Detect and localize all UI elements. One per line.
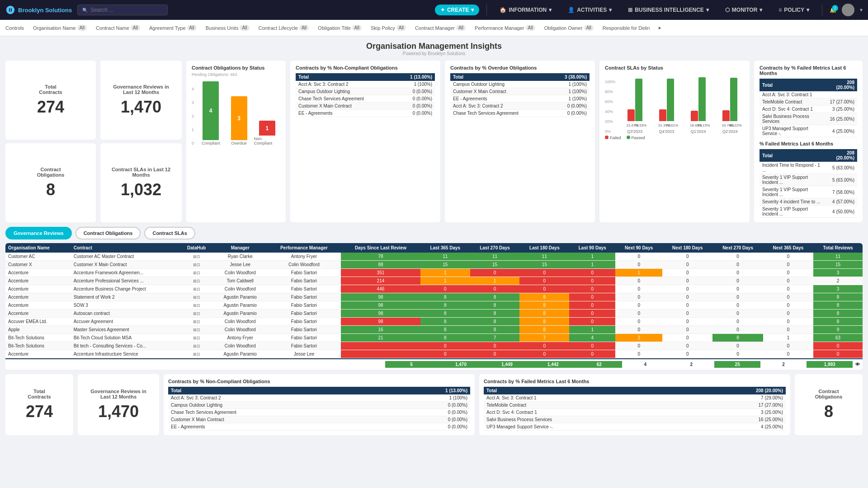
cell-next90: 2 [615, 334, 662, 342]
information-button[interactable]: 🏠 INFORMATION ▾ [494, 5, 557, 15]
main-content: Organisation Management Insights Powered… [0, 36, 868, 441]
th-last365: Last 365 Days [420, 243, 470, 253]
table-row: Severity 1 VIP Support Incident ...4 (50… [760, 206, 857, 218]
row-value: 4 (25.00%) [826, 125, 857, 137]
row-name: Campus Outdoor Lighting [450, 81, 551, 88]
cell-last365: 8 [420, 318, 470, 326]
footer-eye[interactable]: 👁 [853, 361, 863, 368]
cell-next270: 0 [712, 326, 763, 334]
th-contract: Contract [71, 243, 180, 253]
chevron-down-icon: ▾ [471, 7, 474, 13]
filter-controls[interactable]: Controls [5, 24, 24, 32]
search-input[interactable] [90, 7, 158, 13]
table-row: Chase Tech Services Agreement0 (0.00%) [450, 110, 590, 117]
activities-button[interactable]: 👤 ACTIVITIES ▾ [562, 5, 617, 15]
row-name: Customer X Main Contract [296, 103, 396, 110]
footer-days: 5 [385, 361, 438, 368]
cell-datahub: ⊞⊡ [180, 261, 213, 269]
table-row: Accenture Statement of Work 2 ⊞⊡ Agustin… [5, 293, 863, 301]
row-value: 4 (25.00%) [691, 423, 786, 431]
table-row: UP3 Managed Support Service -.4 (25.00%) [760, 125, 857, 137]
cell-last365: 8 [420, 334, 470, 342]
table-row: Accenture Accenture Professional Service… [5, 277, 863, 285]
sla-chart-card: Contract SLAs by Status 100% 80% 60% 40%… [599, 61, 750, 222]
filter-contract-lifecycle[interactable]: Contract Lifecycle All [259, 24, 309, 32]
cell-contract: Accenture Infrastructure Service [71, 350, 180, 358]
filter-business-units[interactable]: Business Units All [206, 24, 250, 32]
policy-button[interactable]: ≡ POLICY ▾ [773, 5, 815, 15]
table-row: Accenture SOW 3 ⊞⊡ Agustin Paramio Fabio… [5, 301, 863, 310]
tab-contract-slas[interactable]: Contract SLAs [144, 227, 195, 239]
row-name: Salvi Business Process Services [760, 113, 826, 125]
cell-datahub: ⊞⊡ [180, 310, 213, 318]
main-data-table: Organisation Name Contract DataHub Manag… [5, 243, 863, 358]
cell-last270: 8 [470, 310, 520, 318]
row-name: EE - Agreements [450, 95, 551, 103]
footer-last180: 1,442 [530, 361, 576, 368]
row-value: 1 (100%) [396, 81, 435, 88]
monitor-button[interactable]: ⬡ MONITOR ▾ [720, 5, 768, 15]
cell-last365: 0 [420, 342, 470, 350]
cell-next90: 0 [615, 253, 662, 261]
cell-manager: Antony Fryer [213, 334, 267, 342]
row-value: 7 (58.00%) [826, 186, 857, 198]
business-intelligence-button[interactable]: ⊞ BUSINESS INTELLIGENCE ▾ [623, 5, 714, 15]
cell-next180: 0 [662, 318, 712, 326]
th-manager: Manager [213, 243, 267, 253]
table-row: Acct A: Svc 3: Contract 21 (100%) [168, 394, 470, 402]
filter-contract-manager[interactable]: Contract Manager All [415, 24, 466, 32]
cell-next180: 0 [662, 334, 712, 342]
cell-next270: 0 [712, 350, 763, 358]
tab-contract-obligations[interactable]: Contract Obligations [75, 227, 141, 239]
cell-perf: Fabio Sartori [267, 326, 341, 334]
filter-obligation-owner[interactable]: Obligation Owner All [544, 24, 594, 32]
tab-governance-reviews[interactable]: Governance Reviews [5, 227, 72, 239]
row-value: 0 (0.00%) [386, 409, 470, 416]
filter-contract-name[interactable]: Contract Name All [96, 24, 140, 32]
cell-last90: 1 [569, 261, 615, 269]
filter-performance-manager[interactable]: Performance Manager All [475, 24, 535, 32]
cell-days: 98 [341, 301, 420, 310]
cell-org: Bit-Tech Solutions [5, 342, 71, 350]
cell-last365: 0 [420, 350, 470, 358]
filter-agreement-type[interactable]: Agreement Type All [149, 24, 197, 32]
overdue-table: Total 3 (38.00%) Campus Outdoor Lighting… [450, 73, 590, 117]
row-name: Severity 1 VIP Support Incident ... [760, 206, 826, 218]
cell-contract: Accenture Framework Agreemen... [71, 269, 180, 277]
bell-button[interactable]: 🔔 2 [830, 7, 836, 13]
cell-last365: 8 [420, 293, 470, 301]
cell-next365: 0 [763, 310, 813, 318]
cell-last90: 4 [569, 334, 615, 342]
filter-skip-policy[interactable]: Skip Policy All [371, 24, 406, 32]
filter-org-name[interactable]: Organisation Name All [33, 24, 87, 32]
cell-org: Bit-Tech Solutions [5, 334, 71, 342]
cell-last90: 0 [569, 269, 615, 277]
bottom-co-value: 8 [824, 402, 833, 421]
app-name: Brooklyn Solutions [18, 7, 72, 14]
failed-metrics-table: Total 208 (20.00%) Acct A: Svc 3: Contra… [760, 79, 857, 137]
user-avatar[interactable] [842, 4, 854, 16]
filter-responsible[interactable]: Responsible for Delin [603, 24, 650, 32]
page-title-area: Organisation Management Insights Powered… [5, 42, 863, 56]
info-icon: 🏠 [500, 7, 506, 13]
top-nav: Brooklyn Solutions 🔍 ✦ CREATE ▾ 🏠 INFORM… [0, 0, 868, 20]
row-value: 7 (29.00%) [691, 394, 786, 402]
th-last270: Last 270 Days [470, 243, 520, 253]
row-value: 1 (100%) [551, 81, 590, 88]
bottom-row: TotalContracts 274 Governance Reviews in… [5, 374, 863, 435]
filter-obligation-title[interactable]: Obligation Title All [318, 24, 362, 32]
create-icon: ✦ [440, 7, 445, 13]
cell-days: 98 [341, 310, 420, 318]
cell-contract: Accenture Business Change Project [71, 285, 180, 293]
table-row: Bit-Tech Solutions Bit-Tech Cloud Soluti… [5, 334, 863, 342]
cell-next90: 1 [615, 269, 662, 277]
cell-days [341, 350, 420, 358]
row-name: Acct D: Svc 4: Contract 1 [760, 106, 826, 113]
search-box[interactable]: 🔍 [77, 5, 168, 15]
cell-manager: Agustin Paramio [213, 350, 267, 358]
cell-total: 11 [813, 253, 863, 261]
create-button[interactable]: ✦ CREATE ▾ [435, 5, 479, 15]
filter-more[interactable]: ▸ [659, 24, 661, 32]
fm-col-name: Total [760, 79, 826, 91]
row-value: 5 (63.00%) [826, 162, 857, 174]
